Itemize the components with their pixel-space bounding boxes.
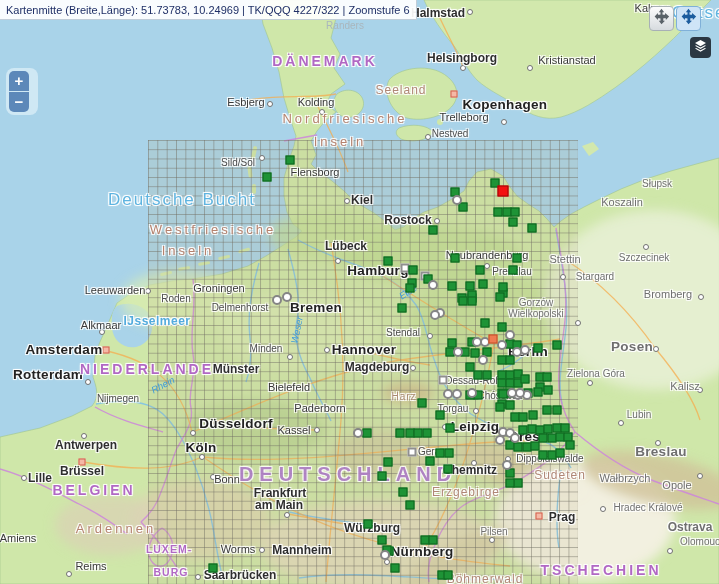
record-marker-green[interactable] xyxy=(418,399,427,408)
record-marker-green[interactable] xyxy=(414,429,423,438)
record-marker-green[interactable] xyxy=(539,434,548,443)
record-marker-green[interactable] xyxy=(409,266,418,275)
record-marker-green[interactable] xyxy=(378,472,387,481)
record-marker-green[interactable] xyxy=(378,536,387,545)
record-marker-green[interactable] xyxy=(556,449,565,458)
record-marker-green[interactable] xyxy=(444,465,453,474)
record-marker-green[interactable] xyxy=(466,282,475,291)
record-marker-green[interactable] xyxy=(209,564,218,573)
record-marker-green[interactable] xyxy=(498,323,507,332)
record-marker-white-circle[interactable] xyxy=(495,435,505,445)
record-marker-green[interactable] xyxy=(468,297,477,306)
record-marker-green[interactable] xyxy=(534,344,543,353)
record-marker-green[interactable] xyxy=(451,254,460,263)
record-marker-green[interactable] xyxy=(506,356,515,365)
record-marker-green[interactable] xyxy=(509,266,518,275)
record-marker-green[interactable] xyxy=(398,304,407,313)
record-marker-green[interactable] xyxy=(539,451,548,460)
record-marker-green[interactable] xyxy=(429,226,438,235)
record-marker-white-circle[interactable] xyxy=(272,295,282,305)
record-marker-green[interactable] xyxy=(436,411,445,420)
record-marker-white-circle[interactable] xyxy=(510,433,520,443)
record-marker-green[interactable] xyxy=(363,429,372,438)
record-marker-green[interactable] xyxy=(506,479,515,488)
record-marker-green[interactable] xyxy=(364,520,373,529)
record-marker-white-circle[interactable] xyxy=(467,388,477,398)
record-marker-green[interactable] xyxy=(513,254,522,263)
layer-switcher-button[interactable] xyxy=(690,37,711,58)
record-marker-white-circle[interactable] xyxy=(515,388,525,398)
record-marker-white-circle[interactable] xyxy=(505,330,515,340)
record-marker-green[interactable] xyxy=(384,458,393,467)
record-marker-red[interactable] xyxy=(498,186,509,197)
record-marker-white-circle[interactable] xyxy=(452,389,462,399)
record-marker-green[interactable] xyxy=(553,406,562,415)
record-marker-green[interactable] xyxy=(521,375,530,384)
record-marker-green[interactable] xyxy=(436,449,445,458)
record-marker-green[interactable] xyxy=(474,371,483,380)
record-marker-green[interactable] xyxy=(448,282,457,291)
zoom-out-button[interactable]: − xyxy=(9,92,29,112)
record-marker-green[interactable] xyxy=(543,406,552,415)
record-marker-green[interactable] xyxy=(448,339,457,348)
record-marker-green[interactable] xyxy=(406,284,415,293)
record-marker-green[interactable] xyxy=(399,488,408,497)
record-marker-white-circle[interactable] xyxy=(478,355,488,365)
zoom-in-button[interactable]: + xyxy=(9,71,29,91)
record-marker-green[interactable] xyxy=(476,266,485,275)
pan-tool-button[interactable] xyxy=(649,6,674,31)
record-marker-green[interactable] xyxy=(445,449,454,458)
record-marker-green[interactable] xyxy=(553,341,562,350)
record-marker-white-circle[interactable] xyxy=(430,310,440,320)
record-marker-green[interactable] xyxy=(444,571,453,580)
record-marker-green[interactable] xyxy=(511,208,520,217)
record-marker-white-circle[interactable] xyxy=(453,347,463,357)
record-marker-green[interactable] xyxy=(483,371,492,380)
record-marker-green[interactable] xyxy=(423,429,432,438)
record-marker-white-circle[interactable] xyxy=(452,195,462,205)
record-marker-green[interactable] xyxy=(479,280,488,289)
record-marker-green[interactable] xyxy=(263,173,272,182)
record-marker-green[interactable] xyxy=(534,388,543,397)
record-marker-orange[interactable] xyxy=(489,335,498,344)
record-marker-green[interactable] xyxy=(519,413,528,422)
record-marker-green[interactable] xyxy=(519,426,528,435)
record-marker-green[interactable] xyxy=(496,403,505,412)
record-marker-green[interactable] xyxy=(481,319,490,328)
map-viewport[interactable]: RandersHalmstadKalmarOstseeHelsingborgKr… xyxy=(0,0,719,584)
record-marker-green[interactable] xyxy=(384,257,393,266)
record-marker-green[interactable] xyxy=(406,501,415,510)
record-marker-green[interactable] xyxy=(544,386,553,395)
record-marker-green[interactable] xyxy=(459,297,468,306)
record-marker-green[interactable] xyxy=(396,429,405,438)
record-marker-green[interactable] xyxy=(286,156,295,165)
record-marker-green[interactable] xyxy=(494,208,503,217)
record-marker-green[interactable] xyxy=(514,443,523,452)
record-marker-white-circle[interactable] xyxy=(282,292,292,302)
record-marker-green[interactable] xyxy=(426,457,435,466)
record-marker-green[interactable] xyxy=(566,441,575,450)
record-marker-green[interactable] xyxy=(496,293,505,302)
record-marker-green[interactable] xyxy=(391,564,400,573)
record-marker-white-circle[interactable] xyxy=(353,428,363,438)
record-marker-green[interactable] xyxy=(499,283,508,292)
record-marker-green[interactable] xyxy=(429,536,438,545)
record-marker-white-circle[interactable] xyxy=(502,460,512,470)
record-marker-green[interactable] xyxy=(514,479,523,488)
record-marker-green[interactable] xyxy=(529,411,538,420)
record-marker-white-circle[interactable] xyxy=(428,280,438,290)
record-marker-white-square[interactable] xyxy=(408,448,417,457)
record-marker-green[interactable] xyxy=(561,424,570,433)
record-marker-green[interactable] xyxy=(528,224,537,233)
record-marker-green[interactable] xyxy=(531,442,540,451)
drag-pan-button[interactable] xyxy=(676,6,701,31)
record-marker-green[interactable] xyxy=(543,373,552,382)
record-marker-white-square[interactable] xyxy=(439,376,448,385)
record-marker-white-circle[interactable] xyxy=(380,550,390,560)
record-marker-green[interactable] xyxy=(446,424,455,433)
record-marker-green[interactable] xyxy=(509,218,518,227)
record-marker-green[interactable] xyxy=(544,425,553,434)
record-marker-white-circle[interactable] xyxy=(520,345,530,355)
record-marker-green[interactable] xyxy=(506,401,515,410)
record-marker-white-circle[interactable] xyxy=(497,340,507,350)
